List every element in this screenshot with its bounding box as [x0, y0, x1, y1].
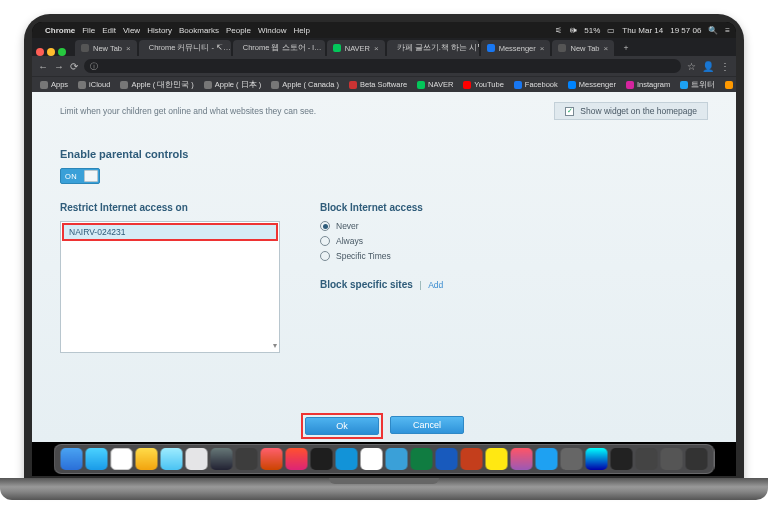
macos-menubar: Chrome File Edit View History Bookmarks …: [32, 22, 736, 38]
laptop-base: [0, 478, 768, 500]
dock-terminal[interactable]: [211, 448, 233, 470]
tab-5[interactable]: 카페 글쓰기.책 하는 시ᄃ…×: [387, 40, 479, 56]
bookmark-apps[interactable]: Apps: [40, 80, 68, 89]
device-listbox[interactable]: NAIRV-024231 ▾: [60, 221, 280, 353]
app-name[interactable]: Chrome: [45, 26, 75, 35]
radio-never[interactable]: Never: [320, 221, 708, 231]
tab-1[interactable]: New Tab×: [75, 40, 137, 56]
dock-mail[interactable]: [111, 448, 133, 470]
bookmark-messenger[interactable]: Messenger: [568, 80, 616, 89]
close-icon[interactable]: ×: [604, 44, 609, 53]
new-tab-button[interactable]: ＋: [616, 40, 636, 56]
menu-icon[interactable]: ⋮: [720, 61, 730, 72]
close-icon[interactable]: ×: [374, 44, 379, 53]
bookmark-apple-kr[interactable]: Apple ( 대한민국 ): [120, 80, 193, 90]
radio-icon: [320, 236, 330, 246]
tab-7[interactable]: New Tab×: [552, 40, 614, 56]
dock-finder[interactable]: [61, 448, 83, 470]
screen: Chrome File Edit View History Bookmarks …: [32, 22, 736, 476]
dock-app-24[interactable]: [636, 448, 658, 470]
battery-icon: ▭: [607, 26, 615, 35]
star-icon[interactable]: ☆: [687, 61, 696, 72]
bookmark-youtube[interactable]: YouTube: [463, 80, 503, 89]
dock-app-25[interactable]: [661, 448, 683, 470]
dock-app-13[interactable]: [361, 448, 383, 470]
device-item[interactable]: NAIRV-024231: [63, 224, 277, 240]
dock-app-9[interactable]: [261, 448, 283, 470]
bookmark-amazon[interactable]: Amazon: [725, 80, 736, 89]
ok-highlight: Ok: [304, 416, 380, 436]
forward-button[interactable]: →: [54, 61, 64, 72]
dock-app-12[interactable]: [336, 448, 358, 470]
page-content: Limit when your children get online and …: [32, 92, 736, 442]
dock-app-14[interactable]: [386, 448, 408, 470]
volume-icon[interactable]: 🕪: [569, 26, 577, 35]
dropdown-icon[interactable]: ▾: [273, 341, 277, 350]
window-close-button[interactable]: [36, 48, 44, 56]
bookmark-twitter[interactable]: 트위터: [680, 80, 715, 90]
bookmark-beta[interactable]: Beta Software: [349, 80, 407, 89]
dock-messages[interactable]: [161, 448, 183, 470]
dock-excel[interactable]: [411, 448, 433, 470]
battery-percent: 51%: [584, 26, 600, 35]
dock-appstore[interactable]: [186, 448, 208, 470]
add-site-link[interactable]: Add: [428, 280, 443, 290]
menu-history[interactable]: History: [147, 26, 172, 35]
menu-edit[interactable]: Edit: [102, 26, 116, 35]
bookmark-facebook[interactable]: Facebook: [514, 80, 558, 89]
bookmark-apple-jp[interactable]: Apple ( 日本 ): [204, 80, 261, 90]
radio-always[interactable]: Always: [320, 236, 708, 246]
menu-view[interactable]: View: [123, 26, 140, 35]
bookmark-icloud[interactable]: iCloud: [78, 80, 110, 89]
address-bar[interactable]: ⓘ: [84, 59, 681, 73]
window-zoom-button[interactable]: [58, 48, 66, 56]
menu-people[interactable]: People: [226, 26, 251, 35]
dock-chrome[interactable]: [136, 448, 158, 470]
tab-3[interactable]: Chrome 웹 스토어 - l…×: [233, 40, 325, 56]
cancel-button[interactable]: Cancel: [390, 416, 464, 434]
ok-button[interactable]: Ok: [305, 417, 379, 435]
dock-app-22[interactable]: [586, 448, 608, 470]
tab-label: Chrome 커뮤니티 - ↸…: [149, 43, 231, 53]
close-icon[interactable]: ×: [126, 44, 131, 53]
radio-icon: [320, 251, 330, 261]
bookmark-instagram[interactable]: Instagram: [626, 80, 670, 89]
dock-app-10[interactable]: [286, 448, 308, 470]
radio-specific[interactable]: Specific Times: [320, 251, 708, 261]
back-button[interactable]: ←: [38, 61, 48, 72]
dock-app-23[interactable]: [611, 448, 633, 470]
bookmark-naver[interactable]: NAVER: [417, 80, 453, 89]
tab-6[interactable]: Messenger×: [481, 40, 551, 56]
dock-itunes[interactable]: [511, 448, 533, 470]
profile-icon[interactable]: 👤: [702, 61, 714, 72]
menubar-time[interactable]: 19 57 06: [670, 26, 701, 35]
menu-bookmarks[interactable]: Bookmarks: [179, 26, 219, 35]
macos-dock: [54, 444, 715, 474]
notification-icon[interactable]: ≡: [725, 26, 730, 35]
dock-app-8[interactable]: [236, 448, 258, 470]
dock-kakao[interactable]: [486, 448, 508, 470]
dock-powerpoint[interactable]: [461, 448, 483, 470]
menu-window[interactable]: Window: [258, 26, 286, 35]
show-widget-checkbox[interactable]: ✓ Show widget on the homepage: [554, 102, 708, 120]
dock-safari[interactable]: [86, 448, 108, 470]
bookmarks-bar: Apps iCloud Apple ( 대한민국 ) Apple ( 日本 ) …: [32, 76, 736, 92]
wifi-icon[interactable]: ⚟: [555, 26, 562, 35]
dock-trash[interactable]: [686, 448, 708, 470]
tab-2[interactable]: Chrome 커뮤니티 - ↸…×: [139, 40, 231, 56]
menu-file[interactable]: File: [82, 26, 95, 35]
menubar-date[interactable]: Thu Mar 14: [622, 26, 663, 35]
window-minimize-button[interactable]: [47, 48, 55, 56]
dock-word[interactable]: [436, 448, 458, 470]
block-heading: Block Internet access: [320, 202, 708, 213]
bookmark-apple-ca[interactable]: Apple ( Canada ): [271, 80, 339, 89]
dock-app-11[interactable]: [311, 448, 333, 470]
close-icon[interactable]: ×: [540, 44, 545, 53]
tab-4[interactable]: NAVER×: [327, 40, 385, 56]
dock-app-20[interactable]: [536, 448, 558, 470]
reload-button[interactable]: ⟳: [70, 61, 78, 72]
parental-toggle[interactable]: ON: [60, 168, 100, 184]
spotlight-icon[interactable]: 🔍: [708, 26, 718, 35]
menu-help[interactable]: Help: [293, 26, 309, 35]
dock-settings[interactable]: [561, 448, 583, 470]
